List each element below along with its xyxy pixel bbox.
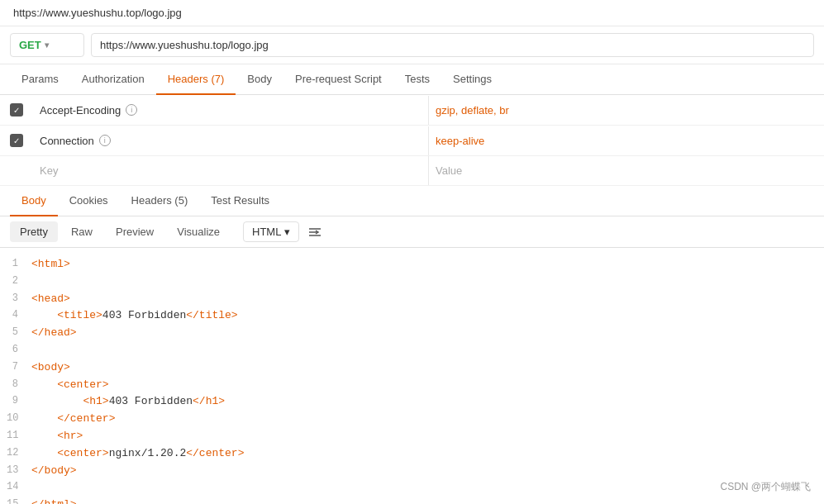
line-content: </html>: [31, 497, 77, 504]
line-number: 6: [7, 342, 31, 358]
code-line: 6: [0, 342, 824, 359]
header-row-1: Accept-Encoding i gzip, deflate, br: [0, 95, 824, 126]
request-bar: GET ▾: [0, 26, 824, 64]
request-tabs: Params Authorization Headers (7) Body Pr…: [0, 64, 824, 95]
url-input[interactable]: [91, 33, 814, 57]
code-line: 1<html>: [0, 256, 824, 273]
format-label: HTML: [252, 226, 281, 238]
line-content: [31, 479, 38, 497]
header-key-placeholder[interactable]: Key: [33, 156, 429, 185]
response-tab-body[interactable]: Body: [10, 186, 58, 216]
tab-tests[interactable]: Tests: [393, 64, 441, 95]
header-check-2[interactable]: [0, 126, 33, 155]
code-line: 12 <center>nginx/1.20.2</center>: [0, 445, 824, 463]
code-line: 9 <h1>403 Forbidden</h1>: [0, 393, 824, 411]
response-tabs: Body Cookies Headers (5) Test Results: [0, 186, 824, 216]
view-tab-preview[interactable]: Preview: [106, 221, 164, 242]
tab-pre-request[interactable]: Pre-request Script: [283, 64, 393, 95]
code-line: 14: [0, 479, 824, 497]
header-check-1[interactable]: [0, 95, 33, 125]
code-line: 13</body>: [0, 463, 824, 480]
line-number: 2: [7, 273, 31, 289]
line-content: [31, 273, 38, 291]
code-line: 8 <center>: [0, 377, 824, 394]
header-row-2: Connection i keep-alive: [0, 126, 824, 156]
response-tab-cookies[interactable]: Cookies: [58, 186, 120, 216]
line-number: 10: [7, 411, 31, 426]
line-number: 3: [7, 291, 31, 307]
headers-table: Accept-Encoding i gzip, deflate, br Conn…: [0, 95, 824, 186]
code-line: 3<head>: [0, 291, 824, 308]
code-line: 15</html>: [0, 497, 824, 504]
response-tab-headers[interactable]: Headers (5): [120, 186, 200, 216]
format-chevron-icon: ▾: [284, 226, 290, 238]
code-line: 2: [0, 273, 824, 291]
view-tab-pretty[interactable]: Pretty: [10, 221, 58, 242]
info-icon-connection[interactable]: i: [99, 135, 111, 146]
line-number: 1: [7, 256, 31, 272]
wrap-toggle-icon[interactable]: [307, 225, 322, 240]
view-tabs-row: Pretty Raw Preview Visualize HTML ▾: [0, 216, 824, 248]
tab-headers[interactable]: Headers (7): [156, 64, 236, 95]
method-label: GET: [19, 39, 41, 51]
method-selector[interactable]: GET ▾: [10, 33, 84, 57]
tab-settings[interactable]: Settings: [441, 64, 503, 95]
view-tab-raw[interactable]: Raw: [61, 221, 102, 242]
header-row-placeholder: Key Value: [0, 156, 824, 186]
line-content: </head>: [31, 325, 77, 342]
line-content: <title>403 Forbidden</title>: [31, 307, 238, 325]
line-number: 8: [7, 377, 31, 392]
method-chevron-icon: ▾: [45, 40, 49, 50]
code-area: 1<html>2 3<head>4 <title>403 Forbidden</…: [0, 248, 824, 504]
header-key-connection: Connection i: [33, 126, 429, 155]
header-value-connection: keep-alive: [429, 126, 824, 155]
checkbox-connection[interactable]: [10, 134, 23, 147]
line-content: <html>: [31, 256, 70, 273]
header-key-accept-encoding: Accept-Encoding i: [33, 96, 429, 125]
line-number: 5: [7, 325, 31, 340]
response-tab-test-results[interactable]: Test Results: [199, 186, 281, 216]
watermark: CSDN @两个蝴蝶飞: [720, 480, 811, 494]
line-content: [31, 342, 38, 359]
line-number: 9: [7, 393, 31, 409]
line-number: 14: [7, 479, 31, 495]
line-content: <hr>: [31, 428, 83, 445]
line-number: 12: [7, 445, 31, 461]
line-content: </body>: [31, 463, 77, 480]
line-content: <body>: [31, 359, 70, 377]
line-number: 4: [7, 307, 31, 323]
tab-body[interactable]: Body: [236, 64, 283, 95]
code-line: 5</head>: [0, 325, 824, 342]
line-content: <center>nginx/1.20.2</center>: [31, 445, 244, 463]
line-content: <head>: [31, 291, 70, 308]
line-content: <h1>403 Forbidden</h1>: [31, 393, 225, 411]
tab-params[interactable]: Params: [10, 64, 70, 95]
line-number: 11: [7, 428, 31, 444]
code-line: 4 <title>403 Forbidden</title>: [0, 307, 824, 325]
line-content: </center>: [31, 411, 115, 428]
code-line: 7<body>: [0, 359, 824, 377]
top-url-link[interactable]: https://www.yueshushu.top/logo.jpg: [13, 7, 182, 19]
header-value-accept-encoding: gzip, deflate, br: [429, 96, 824, 125]
tab-authorization[interactable]: Authorization: [70, 64, 156, 95]
line-content: <center>: [31, 377, 109, 394]
checkbox-accept-encoding[interactable]: [10, 103, 23, 116]
info-icon-accept-encoding[interactable]: i: [126, 104, 137, 116]
header-check-placeholder[interactable]: [0, 163, 33, 179]
code-line: 10 </center>: [0, 411, 824, 428]
view-tab-visualize[interactable]: Visualize: [167, 221, 230, 242]
line-number: 13: [7, 463, 31, 478]
line-number: 7: [7, 359, 31, 375]
top-bar: https://www.yueshushu.top/logo.jpg: [0, 0, 824, 26]
line-number: 15: [7, 497, 31, 504]
header-value-placeholder[interactable]: Value: [429, 156, 824, 185]
code-line: 11 <hr>: [0, 428, 824, 445]
format-selector[interactable]: HTML ▾: [243, 221, 299, 242]
